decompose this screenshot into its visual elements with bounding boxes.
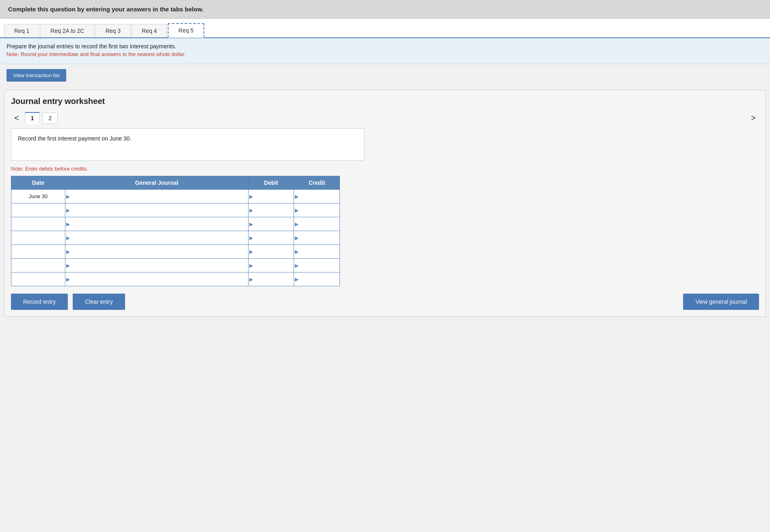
cell-credit-4[interactable]: ▶ xyxy=(294,245,340,259)
view-transaction-button[interactable]: View transaction list xyxy=(6,69,66,82)
table-row: ▶▶▶ xyxy=(11,259,340,272)
header-bar: Complete this question by entering your … xyxy=(0,0,770,19)
credit-input-4[interactable] xyxy=(297,249,336,255)
cell-debit-6[interactable]: ▶ xyxy=(248,272,294,286)
credit-input-0[interactable] xyxy=(297,194,336,200)
credit-input-6[interactable] xyxy=(297,277,336,283)
journal-input-0[interactable] xyxy=(70,194,245,200)
cell-debit-0[interactable]: ▶ xyxy=(248,190,294,203)
credit-arrow-icon-1: ▶ xyxy=(295,208,298,213)
cell-journal-5[interactable]: ▶ xyxy=(65,259,249,272)
cell-credit-2[interactable]: ▶ xyxy=(294,217,340,231)
cell-credit-0[interactable]: ▶ xyxy=(294,190,340,203)
table-row: ▶▶▶ xyxy=(11,203,340,217)
instruction-bar: Prepare the journal entries to record th… xyxy=(0,38,770,64)
clear-entry-button[interactable]: Clear entry xyxy=(73,294,125,310)
debit-input-4[interactable] xyxy=(252,249,291,255)
debit-arrow-icon-4: ▶ xyxy=(249,249,253,255)
cell-journal-4[interactable]: ▶ xyxy=(65,245,249,259)
journal-input-6[interactable] xyxy=(70,277,245,283)
debit-arrow-icon-2: ▶ xyxy=(249,221,253,227)
debit-input-0[interactable] xyxy=(252,194,291,200)
cell-arrow-icon-2: ▶ xyxy=(66,221,70,227)
cell-credit-3[interactable]: ▶ xyxy=(294,231,340,245)
cell-arrow-icon-3: ▶ xyxy=(66,235,70,241)
tab-req1[interactable]: Req 1 xyxy=(4,24,39,37)
journal-input-1[interactable] xyxy=(70,208,245,214)
credit-input-1[interactable] xyxy=(297,208,336,214)
tab-1[interactable]: 1 xyxy=(25,112,40,124)
debit-arrow-icon-1: ▶ xyxy=(249,208,253,213)
debit-input-2[interactable] xyxy=(252,221,291,227)
nav-right-arrow[interactable]: > xyxy=(748,112,759,124)
cell-debit-4[interactable]: ▶ xyxy=(248,245,294,259)
view-general-journal-button[interactable]: View general journal xyxy=(683,294,759,310)
table-row: ▶▶▶ xyxy=(11,245,340,259)
cell-date-5 xyxy=(11,259,65,272)
table-row: ▶▶▶ xyxy=(11,217,340,231)
cell-date-1 xyxy=(11,203,65,217)
cell-debit-3[interactable]: ▶ xyxy=(248,231,294,245)
record-description-box: Record the first interest payment on Jun… xyxy=(11,128,364,161)
col-date-header: Date xyxy=(11,176,65,190)
bottom-buttons: Record entry Clear entry View general jo… xyxy=(11,294,759,310)
cell-debit-5[interactable]: ▶ xyxy=(248,259,294,272)
journal-input-2[interactable] xyxy=(70,221,245,227)
tabs-container: Req 1Req 2A to 2CReq 3Req 4Req 5 xyxy=(0,19,770,38)
journal-table: Date General Journal Debit Credit June 3… xyxy=(11,176,340,286)
tab-req4[interactable]: Req 4 xyxy=(132,24,167,37)
debit-input-3[interactable] xyxy=(252,235,291,241)
worksheet-title: Journal entry worksheet xyxy=(11,97,759,106)
col-debit-header: Debit xyxy=(248,176,294,190)
cell-debit-1[interactable]: ▶ xyxy=(248,203,294,217)
credit-input-3[interactable] xyxy=(297,235,336,241)
credit-arrow-icon-3: ▶ xyxy=(295,235,298,241)
col-credit-header: Credit xyxy=(294,176,340,190)
debit-input-6[interactable] xyxy=(252,277,291,283)
cell-arrow-icon-1: ▶ xyxy=(66,208,70,213)
nav-row: < 1 2 > xyxy=(11,112,759,124)
cell-credit-1[interactable]: ▶ xyxy=(294,203,340,217)
cell-date-0: June 30 xyxy=(11,190,65,203)
tab-req5[interactable]: Req 5 xyxy=(168,23,204,38)
tab-req2a[interactable]: Req 2A to 2C xyxy=(40,24,94,37)
cell-date-4 xyxy=(11,245,65,259)
cell-credit-6[interactable]: ▶ xyxy=(294,272,340,286)
cell-credit-5[interactable]: ▶ xyxy=(294,259,340,272)
cell-arrow-icon-4: ▶ xyxy=(66,249,70,255)
record-entry-button[interactable]: Record entry xyxy=(11,294,68,310)
cell-arrow-icon-6: ▶ xyxy=(66,277,70,282)
debit-arrow-icon-5: ▶ xyxy=(249,263,253,268)
tabs-row: Req 1Req 2A to 2CReq 3Req 4Req 5 xyxy=(0,19,770,37)
cell-date-3 xyxy=(11,231,65,245)
credit-arrow-icon-6: ▶ xyxy=(295,277,298,282)
debit-arrow-icon-3: ▶ xyxy=(249,235,253,241)
table-row: ▶▶▶ xyxy=(11,272,340,286)
instruction-note: Note: Round your intermediate and final … xyxy=(6,51,764,57)
credit-arrow-icon-4: ▶ xyxy=(295,249,298,255)
cell-journal-3[interactable]: ▶ xyxy=(65,231,249,245)
cell-journal-0[interactable]: ▶ xyxy=(65,190,249,203)
nav-left-arrow[interactable]: < xyxy=(11,112,22,124)
debit-note: Note: Enter debits before credits. xyxy=(11,166,759,172)
cell-journal-2[interactable]: ▶ xyxy=(65,217,249,231)
journal-input-5[interactable] xyxy=(70,263,245,269)
cell-journal-6[interactable]: ▶ xyxy=(65,272,249,286)
header-instruction: Complete this question by entering your … xyxy=(8,6,203,13)
debit-input-1[interactable] xyxy=(252,208,291,214)
debit-input-5[interactable] xyxy=(252,263,291,269)
credit-arrow-icon-2: ▶ xyxy=(295,221,298,227)
table-row: ▶▶▶ xyxy=(11,231,340,245)
table-header-row: Date General Journal Debit Credit xyxy=(11,176,340,190)
journal-input-4[interactable] xyxy=(70,249,245,255)
tab-req3[interactable]: Req 3 xyxy=(95,24,131,37)
credit-input-5[interactable] xyxy=(297,263,336,269)
credit-arrow-icon-5: ▶ xyxy=(295,263,298,268)
journal-input-3[interactable] xyxy=(70,235,245,241)
cell-date-2 xyxy=(11,217,65,231)
cell-debit-2[interactable]: ▶ xyxy=(248,217,294,231)
col-journal-header: General Journal xyxy=(65,176,249,190)
tab-2[interactable]: 2 xyxy=(42,112,58,124)
cell-journal-1[interactable]: ▶ xyxy=(65,203,249,217)
credit-input-2[interactable] xyxy=(297,221,336,227)
